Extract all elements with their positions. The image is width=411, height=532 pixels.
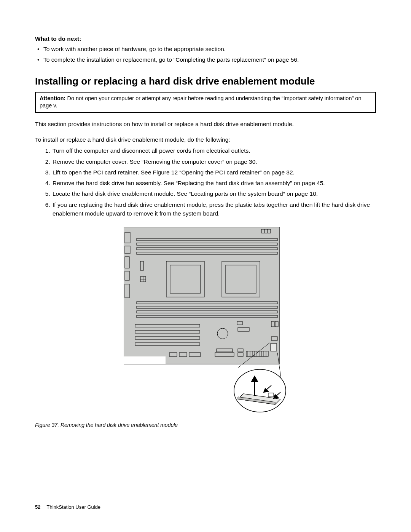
page-number: 52 — [35, 504, 40, 510]
doc-title: ThinkStation User Guide — [46, 504, 100, 510]
what-next-heading: What to do next: — [35, 34, 376, 43]
step-item: Locate the hard disk drive enablement mo… — [52, 189, 376, 198]
step-item: Lift to open the PCI card retainer. See … — [52, 168, 376, 177]
step-item: Remove the hard disk drive fan assembly.… — [52, 179, 376, 187]
steps-list: Turn off the computer and disconnect all… — [35, 146, 376, 218]
attention-text: Do not open your computer or attempt any… — [40, 95, 361, 109]
motherboard-diagram-icon — [124, 227, 287, 414]
page-footer: 52ThinkStation User Guide — [35, 503, 100, 511]
svg-point-56 — [234, 369, 286, 412]
step-item: Turn off the computer and disconnect all… — [52, 146, 376, 155]
what-next-item: To complete the installation or replacem… — [35, 55, 376, 64]
attention-label: Attention: — [40, 95, 65, 101]
what-next-item: To work with another piece of hardware, … — [35, 45, 376, 53]
what-next-list: To work with another piece of hardware, … — [35, 45, 376, 64]
figure-caption: Figure 37. Removing the hard disk drive … — [35, 421, 376, 429]
step-item: Remove the computer cover. See “Removing… — [52, 157, 376, 166]
svg-rect-1 — [124, 356, 166, 364]
lead-paragraph: To install or replace a hard disk drive … — [35, 135, 376, 144]
attention-box: Attention: Do not open your computer or … — [35, 92, 376, 113]
svg-rect-53 — [271, 343, 277, 351]
section-heading: Installing or replacing a hard disk driv… — [35, 74, 376, 89]
step-item: If you are replacing the hard disk drive… — [52, 200, 376, 218]
figure-area: Figure 37. Removing the hard disk drive … — [35, 227, 376, 429]
intro-paragraph: This section provides instructions on ho… — [35, 120, 376, 128]
